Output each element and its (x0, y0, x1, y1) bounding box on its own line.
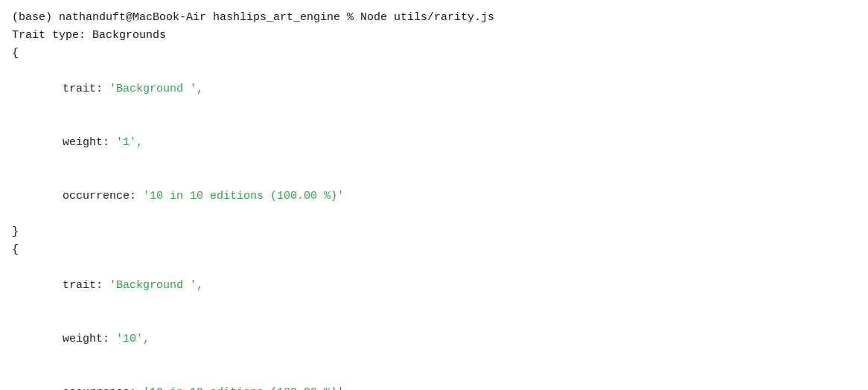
block-1-close: } (12, 223, 856, 241)
trait-type-line: Trait type: Backgrounds (12, 27, 856, 45)
block-1-open: { (12, 45, 856, 63)
block-2-trait-label: trait: (63, 279, 109, 292)
block-1-occurrence-label: occurrence: (63, 190, 143, 202)
terminal-output: (base) nathanduft@MacBook-Air hashlips_a… (12, 9, 856, 390)
block-2-occurrence-value: '10 in 10 editions (100.00 %)' (143, 386, 344, 390)
block-2-weight-label: weight: (63, 333, 116, 345)
block-1-weight-line: weight: '1', (12, 116, 856, 170)
block-1-occurrence-line: occurrence: '10 in 10 editions (100.00 %… (12, 170, 856, 223)
block-2-weight-value: '10', (116, 333, 150, 345)
prompt-line: (base) nathanduft@MacBook-Air hashlips_a… (12, 9, 856, 27)
block-2-weight-line: weight: '10', (12, 313, 856, 366)
block-1-trait-value: 'Background ', (109, 83, 203, 95)
block-2-trait-line: trait: 'Background ', (12, 259, 856, 313)
block-1-trait-line: trait: 'Background ', (12, 63, 856, 116)
block-1-weight-label: weight: (63, 136, 116, 149)
block-1-weight-value: '1', (116, 136, 143, 149)
block-2-open: { (12, 241, 856, 259)
block-2-occurrence-line: occurrence: '10 in 10 editions (100.00 %… (12, 366, 856, 390)
block-2-trait-value: 'Background ', (109, 279, 203, 292)
block-1-occurrence-value: '10 in 10 editions (100.00 %)' (143, 190, 344, 202)
block-1-trait-label: trait: (63, 83, 109, 95)
block-2-occurrence-label: occurrence: (63, 386, 143, 390)
